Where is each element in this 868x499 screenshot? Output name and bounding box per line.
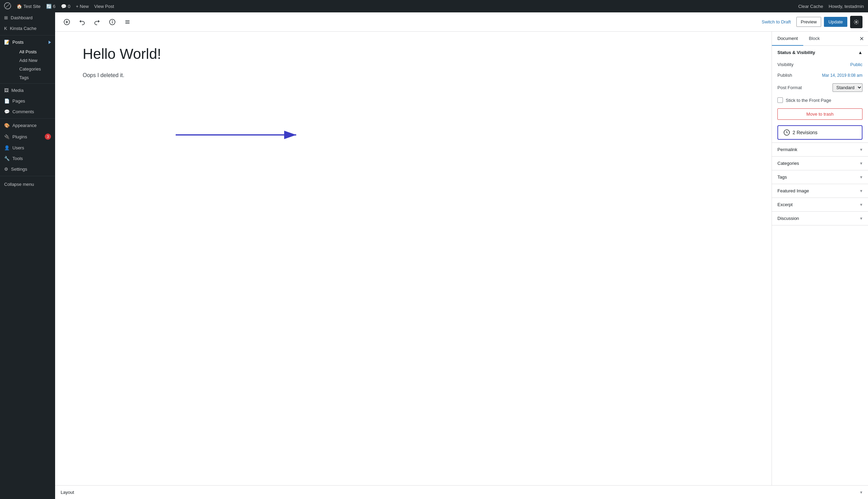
post-format-select[interactable]: Standard	[833, 83, 862, 92]
discussion-section[interactable]: Discussion ▾	[772, 212, 868, 225]
new-content-link[interactable]: + New	[76, 4, 89, 9]
tab-block[interactable]: Block	[803, 32, 825, 46]
arrow-svg	[55, 32, 772, 485]
right-panel: Document Block ✕ Status & Visibility ▲ V…	[772, 32, 868, 485]
comments-link[interactable]: 💬 0	[61, 4, 70, 9]
sidebar-item-media[interactable]: 🖼 Media	[0, 85, 55, 96]
wp-logo-icon[interactable]	[4, 2, 11, 10]
main-layout: ⊞ Dashboard K Kinsta Cache 📝 Posts All P…	[0, 12, 868, 499]
admin-bar-left: 🏠 Test Site 🔄 6 💬 0 + New View Post	[4, 2, 793, 10]
tab-document[interactable]: Document	[772, 32, 803, 46]
sidebar-item-users[interactable]: 👤 Users	[0, 142, 55, 153]
sidebar-item-settings[interactable]: ⚙ Settings	[0, 164, 55, 174]
preview-button[interactable]: Preview	[796, 17, 821, 27]
status-visibility-chevron: ▲	[858, 50, 862, 55]
editor-toolbar: Switch to Draft Preview Update	[55, 12, 868, 32]
visibility-value[interactable]: Public	[850, 62, 862, 67]
sidebar-item-add-new[interactable]: Add New	[10, 56, 55, 65]
panel-tabs: Document Block ✕	[772, 32, 868, 46]
redo-button[interactable]	[91, 16, 103, 28]
revisions-button[interactable]: 2 Revisions	[777, 125, 862, 140]
featured-image-section[interactable]: Featured Image ▾	[772, 184, 868, 198]
editor-canvas[interactable]: Hello World! Oops I deleted it.	[55, 32, 772, 485]
sidebar-item-posts[interactable]: 📝 Posts	[0, 37, 55, 47]
update-button[interactable]: Update	[824, 17, 847, 27]
tags-chevron-icon: ▾	[860, 174, 862, 180]
clear-cache-link[interactable]: Clear Cache	[798, 4, 823, 9]
excerpt-section[interactable]: Excerpt ▾	[772, 198, 868, 212]
tags-section[interactable]: Tags ▾	[772, 170, 868, 184]
plugins-badge: 3	[45, 134, 51, 140]
appearance-icon: 🎨	[4, 123, 10, 128]
publish-value[interactable]: Mar 14, 2019 8:08 am	[822, 73, 862, 78]
kinsta-icon: K	[4, 26, 7, 31]
sidebar: ⊞ Dashboard K Kinsta Cache 📝 Posts All P…	[0, 12, 55, 499]
add-block-button[interactable]	[61, 16, 73, 28]
featured-image-chevron-icon: ▾	[860, 188, 862, 193]
publish-row: Publish Mar 14, 2019 8:08 am	[772, 70, 868, 81]
permalink-section[interactable]: Permalink ▾	[772, 143, 868, 157]
svg-point-5	[112, 21, 113, 21]
view-post-link[interactable]: View Post	[94, 4, 114, 9]
admin-bar-right: Clear Cache Howdy, testadmin	[798, 4, 864, 9]
sidebar-item-all-posts[interactable]: All Posts	[10, 47, 55, 56]
sidebar-item-tools[interactable]: 🔧 Tools	[0, 153, 55, 164]
plugins-icon: 🔌	[4, 134, 10, 139]
post-format-label: Post Format	[777, 85, 802, 90]
pages-icon: 📄	[4, 98, 10, 104]
sidebar-item-plugins[interactable]: 🔌 Plugins 3	[0, 131, 55, 142]
annotation-arrow	[55, 32, 772, 485]
sidebar-item-kinsta-cache[interactable]: K Kinsta Cache	[0, 23, 55, 34]
status-visibility-section: Status & Visibility ▲ Visibility Public …	[772, 46, 868, 143]
undo-button[interactable]	[76, 16, 88, 28]
layout-bar: Layout ▾	[55, 485, 868, 499]
sidebar-item-pages[interactable]: 📄 Pages	[0, 96, 55, 106]
dashboard-icon: ⊞	[4, 15, 8, 20]
layout-label: Layout	[61, 490, 860, 495]
post-content[interactable]: Oops I deleted it.	[83, 71, 744, 80]
comments-icon: 💬	[4, 109, 10, 114]
sidebar-posts-submenu: All Posts Add New Categories Tags	[0, 47, 55, 82]
sidebar-divider-4	[0, 176, 55, 176]
collapse-menu-button[interactable]: Collapse menu	[0, 178, 55, 191]
sidebar-item-dashboard[interactable]: ⊞ Dashboard	[0, 12, 55, 23]
media-icon: 🖼	[4, 88, 9, 93]
status-visibility-header[interactable]: Status & Visibility ▲	[772, 46, 868, 59]
admin-bar: 🏠 Test Site 🔄 6 💬 0 + New View Post Clea…	[0, 0, 868, 12]
categories-section[interactable]: Categories ▾	[772, 157, 868, 170]
updates-link[interactable]: 🔄 6	[46, 4, 55, 9]
posts-icon: 📝	[4, 40, 10, 45]
howdy-label[interactable]: Howdy, testadmin	[829, 4, 864, 9]
sidebar-item-categories[interactable]: Categories	[10, 65, 55, 73]
stick-row: Stick to the Front Page	[772, 95, 868, 106]
info-button[interactable]	[106, 16, 118, 28]
sidebar-item-tags[interactable]: Tags	[10, 73, 55, 82]
excerpt-chevron-icon: ▾	[860, 202, 862, 207]
toolbar-right: Switch to Draft Preview Update	[759, 16, 862, 28]
sidebar-divider-3	[0, 118, 55, 119]
stick-label: Stick to the Front Page	[786, 98, 831, 103]
content-area: Switch to Draft Preview Update Hello Wor…	[55, 12, 868, 499]
site-name-link[interactable]: 🏠 Test Site	[17, 4, 41, 9]
panel-close-button[interactable]: ✕	[855, 33, 868, 45]
categories-chevron-icon: ▾	[860, 161, 862, 166]
revisions-clock-icon	[784, 129, 790, 136]
sidebar-divider-1	[0, 35, 55, 35]
permalink-chevron-icon: ▾	[860, 147, 862, 152]
move-to-trash-button[interactable]: Move to trash	[777, 108, 862, 120]
sidebar-item-appearance[interactable]: 🎨 Appearance	[0, 120, 55, 131]
sidebar-divider-2	[0, 83, 55, 84]
settings-toggle-button[interactable]	[850, 16, 862, 28]
stick-checkbox[interactable]	[777, 97, 783, 103]
toolbar-left	[61, 16, 756, 28]
switch-to-draft-button[interactable]: Switch to Draft	[759, 17, 794, 26]
publish-label: Publish	[777, 73, 792, 78]
list-view-button[interactable]	[121, 16, 134, 28]
svg-point-9	[856, 21, 857, 23]
visibility-label: Visibility	[777, 62, 794, 67]
sidebar-item-comments[interactable]: 💬 Comments	[0, 106, 55, 117]
visibility-row: Visibility Public	[772, 59, 868, 70]
post-title[interactable]: Hello World!	[83, 45, 744, 63]
post-format-row: Post Format Standard	[772, 81, 868, 95]
posts-arrow-icon	[49, 41, 51, 44]
